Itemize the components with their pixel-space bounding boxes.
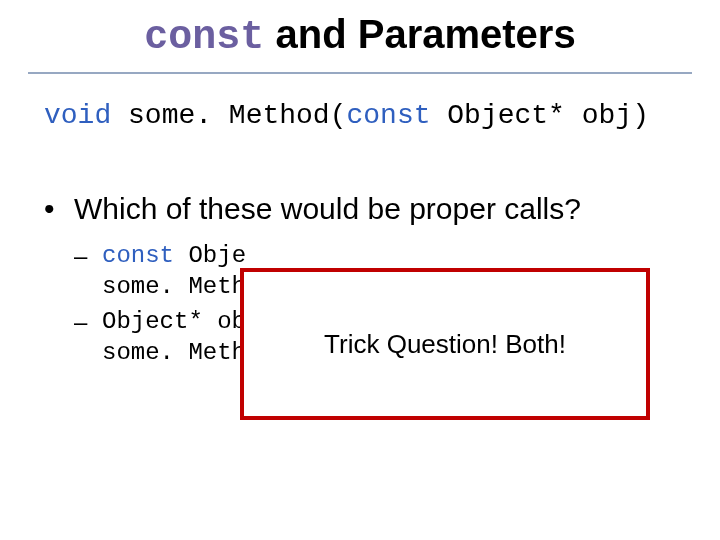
sig-fn: some. Method(: [128, 100, 346, 131]
title-divider: [28, 72, 692, 74]
option-1-rest: Obje: [174, 242, 246, 269]
slide: const and Parameters void some. Method(c…: [0, 0, 720, 540]
option-2-line1: Object* ob: [102, 308, 246, 335]
title-rest: and Parameters: [264, 12, 575, 56]
keyword-const: const: [346, 100, 430, 131]
keyword-void: void: [44, 100, 111, 131]
title-keyword: const: [144, 15, 264, 60]
question-text: Which of these would be proper calls?: [74, 192, 581, 225]
slide-title: const and Parameters: [0, 12, 720, 60]
sig-rest: Object* obj): [447, 100, 649, 131]
function-signature: void some. Method(const Object* obj): [44, 100, 649, 131]
answer-callout: Trick Question! Both!: [240, 268, 650, 420]
option-1-keyword: const: [102, 242, 174, 269]
callout-text: Trick Question! Both!: [324, 329, 566, 360]
